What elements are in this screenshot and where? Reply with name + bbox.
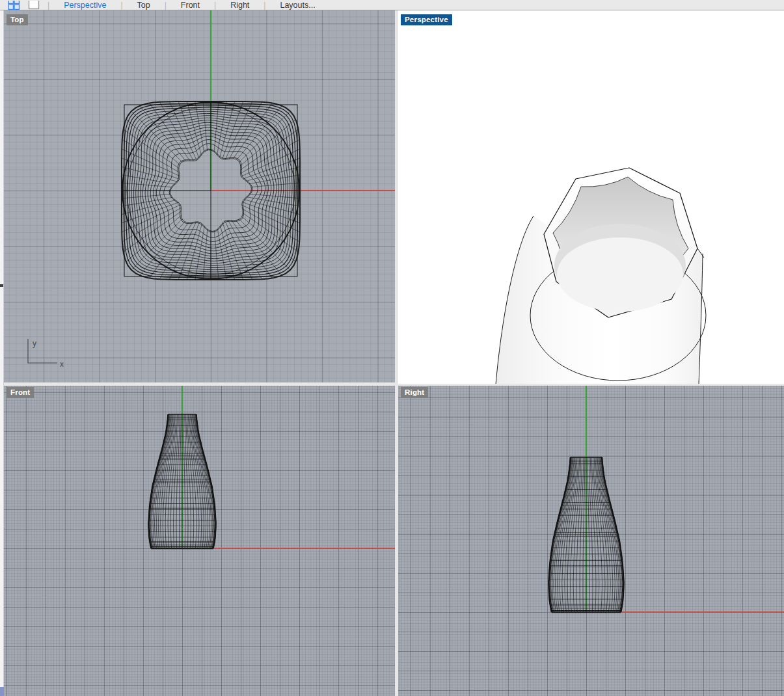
tab-separator: |	[214, 1, 216, 10]
front-view-wireframe-canvas	[4, 386, 395, 696]
tab-layouts[interactable]: Layouts...	[273, 1, 321, 10]
viewport-label-right[interactable]: Right	[401, 387, 428, 398]
top-view-wireframe-canvas: yx	[4, 10, 395, 382]
viewport-tab-bar: | Perspective | Top | Front | Right | La…	[0, 0, 784, 10]
svg-text:x: x	[60, 360, 64, 369]
single-viewport-layout-glyph	[28, 1, 40, 10]
four-viewport-layout-icon[interactable]	[8, 0, 20, 10]
tab-separator: |	[264, 1, 265, 10]
tab-separator: |	[47, 1, 49, 10]
tab-separator: |	[120, 1, 122, 10]
cavity-floor	[557, 237, 683, 312]
perspective-render-canvas	[398, 10, 784, 384]
tab-perspective[interactable]: Perspective	[57, 1, 113, 10]
viewport-label-top[interactable]: Top	[7, 14, 28, 25]
cplane-axis-indicator: yx	[28, 339, 64, 369]
four-viewport-layout-glyph	[8, 1, 20, 10]
panel-resize-handle[interactable]	[0, 284, 3, 287]
viewport-top[interactable]: yx Top	[4, 10, 395, 382]
svg-text:y: y	[33, 339, 36, 348]
tab-separator: |	[165, 1, 167, 10]
viewport-label-front[interactable]: Front	[7, 387, 34, 398]
viewport-perspective[interactable]: Perspective	[398, 10, 784, 384]
tab-top[interactable]: Top	[131, 1, 157, 10]
viewport-front[interactable]: Front	[4, 386, 395, 696]
single-viewport-layout-icon[interactable]	[28, 0, 40, 10]
right-view-wireframe-canvas	[398, 386, 784, 696]
tab-right[interactable]: Right	[224, 1, 256, 10]
viewport-right[interactable]: Right	[398, 386, 784, 696]
viewport-label-perspective[interactable]: Perspective	[401, 14, 452, 25]
tab-front[interactable]: Front	[174, 1, 206, 10]
